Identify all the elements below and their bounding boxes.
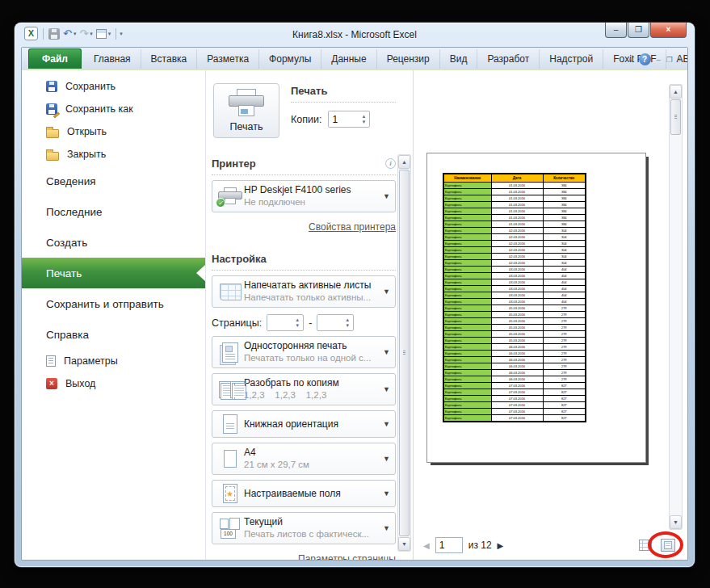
pages-to-stepper[interactable]: ▲▼ (317, 314, 354, 331)
tab-data[interactable]: Данные (321, 49, 376, 69)
section-heading-settings: Настройка (212, 251, 396, 271)
printer-select[interactable]: ✓ HP Deskjet F4100 series Не подключен ▼ (212, 180, 396, 212)
pages-separator: - (309, 317, 312, 329)
tab-home[interactable]: Главная (84, 49, 141, 69)
dropdown-title: Настраиваемые поля (244, 488, 380, 500)
sidebar-item-help[interactable]: Справка (22, 319, 205, 350)
sidebar-item-label: Сведения (46, 175, 96, 187)
collate-icon (219, 380, 242, 398)
setting-margins[interactable]: Настраиваемые поля ▼ (212, 480, 396, 507)
collapse-ribbon-icon[interactable]: ∧ (628, 56, 633, 64)
copies-stepper[interactable]: ▲▼ (328, 111, 370, 128)
tab-formulas[interactable]: Формулы (259, 49, 321, 69)
sidebar-item-info[interactable]: Сведения (22, 166, 205, 196)
save-as-icon (46, 103, 57, 115)
scroll-down-icon[interactable]: ▼ (670, 515, 682, 529)
close-folder-icon (46, 152, 59, 161)
scroll-up-icon[interactable]: ▲ (398, 155, 410, 169)
dropdown-title: A4 (244, 447, 380, 459)
ribbon-right-controls: ∧ – ❐ × (628, 53, 683, 65)
sidebar-item-label: Создать (46, 237, 87, 249)
printer-name: HP Deskjet F4100 series (244, 184, 380, 196)
sidebar-item-save-as[interactable]: Сохранить как (22, 98, 205, 120)
dropdown-title: Книжная ориентация (244, 418, 380, 430)
sidebar-item-exit[interactable]: Выход (22, 372, 205, 395)
chevron-down-icon: ▼ (380, 524, 390, 532)
sidebar-item-label: Сохранить (65, 81, 116, 92)
workbook-restore-icon[interactable]: ❐ (666, 56, 673, 64)
sidebar-item-save-and-send[interactable]: Сохранить и отправить (22, 288, 205, 319)
chevron-down-icon: ▼ (380, 489, 390, 498)
setting-print-area[interactable]: Напечатать активные листы Напечатать тол… (212, 275, 396, 308)
page-count-label: из 12 (468, 540, 492, 551)
maximize-button[interactable]: ❐ (628, 23, 649, 38)
chevron-down-icon: ▼ (380, 348, 390, 356)
window-content: Файл Главная Вставка Разметка Формулы Да… (21, 47, 688, 561)
scroll-up-icon[interactable]: ▲ (670, 85, 682, 99)
settings-scrollbar[interactable]: ▲ ▼ (397, 154, 411, 552)
backstage-view: Сохранить Сохранить как Открыть Закрыть … (22, 69, 687, 560)
chevron-down-icon: ▼ (380, 192, 390, 200)
preview-scrollbar[interactable]: ▲ ▼ (669, 84, 683, 530)
sidebar-item-new[interactable]: Создать (22, 227, 205, 258)
dropdown-subtitle: 1,2,3 1,2,3 1,2,3 (244, 389, 380, 401)
sidebar-item-open[interactable]: Открыть (22, 120, 205, 143)
print-button[interactable]: Печать (213, 83, 279, 138)
tab-developer[interactable]: Разработ (477, 49, 540, 69)
excel-window: ↶▾ ↷▾ ▾ ▾ Книга8.xlsx - Microsoft Excel … (15, 23, 695, 567)
sidebar-item-recent[interactable]: Последние (22, 196, 205, 227)
stepper-arrows-icon[interactable]: ▲▼ (358, 111, 369, 127)
printer-status-icon: ✓ (218, 187, 242, 205)
close-button[interactable]: × (650, 23, 687, 38)
current-page-input[interactable] (435, 537, 463, 553)
scrollbar-thumb[interactable] (399, 170, 410, 536)
chevron-down-icon: ▼ (380, 455, 390, 463)
print-button-label: Печать (230, 121, 263, 132)
info-icon[interactable] (385, 158, 396, 169)
copies-input[interactable] (329, 111, 358, 127)
page-navigation: ◀ из 12 ▶ (423, 537, 503, 553)
tab-insert[interactable]: Вставка (141, 49, 198, 69)
dropdown-title: Напечатать активные листы (244, 279, 380, 292)
page-setup-link[interactable]: Параметры страницы (298, 553, 396, 561)
setting-scaling[interactable]: Текущий Печать листов с фактическ... ▼ (212, 512, 396, 544)
tab-view[interactable]: Вид (440, 49, 478, 69)
stepper-arrows-icon[interactable]: ▲▼ (342, 315, 353, 330)
setting-duplex[interactable]: Односторонняя печать Печатать только на … (212, 336, 396, 368)
title-bar[interactable]: ↶▾ ↷▾ ▾ ▾ Книга8.xlsx - Microsoft Excel … (15, 23, 695, 47)
printer-properties-link[interactable]: Свойства принтера (309, 221, 396, 233)
scroll-down-icon[interactable]: ▼ (398, 537, 410, 551)
sidebar-item-options[interactable]: Параметры (22, 350, 205, 372)
tab-page-layout[interactable]: Разметка (197, 49, 259, 69)
margins-icon (223, 484, 237, 503)
sidebar-item-label: Закрыть (67, 149, 106, 160)
setting-paper-size[interactable]: A4 21 см x 29,7 см ▼ (212, 443, 396, 475)
sidebar-item-print[interactable]: Печать (22, 258, 205, 288)
previous-page-icon[interactable]: ◀ (423, 541, 430, 550)
tab-addins[interactable]: Надстрой (540, 49, 603, 69)
workbook-minimize-icon[interactable]: – (657, 56, 661, 64)
paper-size-icon (224, 450, 237, 468)
preview-page: НаименованиеДатаКоличествоКартофель01.03… (426, 153, 646, 463)
tab-file[interactable]: Файл (28, 48, 82, 69)
setting-orientation[interactable]: Книжная ориентация ▼ (212, 410, 396, 438)
next-page-icon[interactable]: ▶ (498, 541, 504, 550)
pages-to-input[interactable] (317, 315, 342, 330)
dropdown-subtitle: Напечатать только активны... (244, 292, 380, 303)
print-settings-panel: Печать Печать Копии: ▲▼ (206, 70, 414, 560)
help-icon[interactable] (639, 53, 651, 65)
sidebar-item-save[interactable]: Сохранить (22, 75, 205, 98)
stepper-arrows-icon[interactable]: ▲▼ (292, 315, 303, 330)
workbook-close-icon[interactable]: × (678, 56, 683, 64)
sidebar-item-label: Справка (46, 329, 89, 341)
dropdown-title: Односторонняя печать (244, 340, 380, 352)
pages-from-stepper[interactable]: ▲▼ (267, 314, 304, 331)
scrollbar-thumb[interactable] (670, 99, 681, 135)
tab-review[interactable]: Рецензир (377, 49, 440, 69)
window-title: Книга8.xlsx - Microsoft Excel (15, 29, 695, 40)
setting-collate[interactable]: Разобрать по копиям 1,2,3 1,2,3 1,2,3 ▼ (212, 373, 396, 405)
pages-from-input[interactable] (267, 315, 292, 330)
sidebar-item-label: Параметры (64, 355, 118, 367)
sidebar-item-close[interactable]: Закрыть (22, 143, 205, 166)
minimize-button[interactable]: – (605, 23, 627, 38)
